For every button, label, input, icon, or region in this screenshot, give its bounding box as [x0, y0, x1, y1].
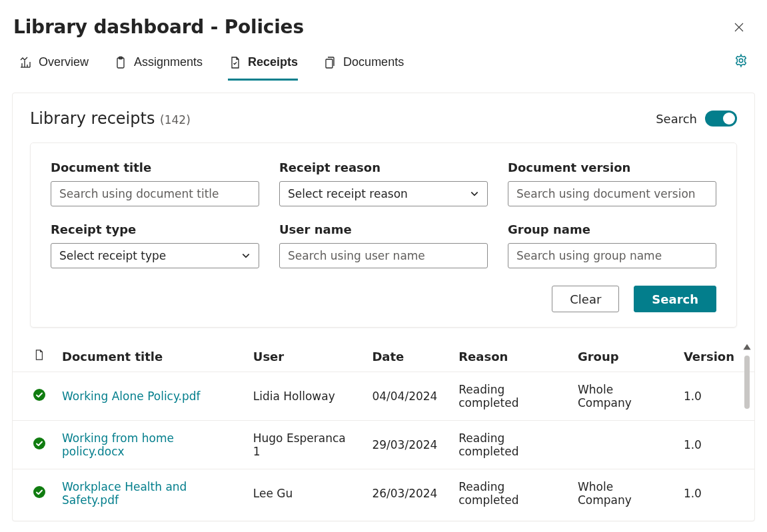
page-title: Library dashboard - Policies	[13, 16, 304, 38]
search-toggle-label: Search	[656, 112, 697, 126]
search-toggle[interactable]	[705, 111, 737, 127]
chart-icon	[19, 56, 32, 69]
document-icon	[33, 349, 45, 361]
settings-button[interactable]	[731, 51, 751, 73]
column-header-document[interactable]: Document title	[54, 342, 245, 372]
panel-title: Library receipts (142)	[30, 109, 191, 128]
document-title-input[interactable]	[51, 181, 259, 206]
tab-label: Receipts	[248, 55, 298, 69]
column-header-group[interactable]: Group	[570, 342, 676, 372]
user-name-label: User name	[279, 222, 488, 236]
tab-documents[interactable]: Documents	[323, 55, 404, 81]
cell-group	[570, 421, 676, 469]
cell-reason: Reading completed	[450, 421, 570, 469]
status-complete-icon	[33, 485, 46, 499]
receipt-type-label: Receipt type	[51, 222, 259, 236]
document-link[interactable]: Workplace Health and Safety.pdf	[62, 480, 187, 507]
receipts-table: Document title User Date Reason Group Ve…	[13, 342, 754, 515]
document-link[interactable]: Working from home policy.docx	[62, 431, 174, 458]
cell-user: Hugo Esperanca 1	[245, 421, 365, 469]
documents-icon	[323, 56, 337, 69]
cell-reason: Reading completed	[450, 372, 570, 421]
clear-button[interactable]: Clear	[552, 286, 619, 312]
receipts-table-wrap: Document title User Date Reason Group Ve…	[13, 342, 754, 515]
svg-rect-0	[117, 58, 124, 68]
cell-group: Whole Company	[570, 372, 676, 421]
vertical-scrollbar[interactable]	[742, 342, 752, 515]
document-version-label: Document version	[508, 160, 716, 174]
close-button[interactable]	[728, 17, 750, 38]
tab-assignments[interactable]: Assignments	[114, 55, 203, 81]
tab-receipts[interactable]: Receipts	[228, 55, 298, 81]
search-button[interactable]: Search	[634, 286, 716, 312]
table-row[interactable]: Working from home policy.docxHugo Espera…	[13, 421, 754, 469]
receipt-type-select[interactable]: Select receipt type	[51, 243, 259, 268]
table-row[interactable]: Workplace Health and Safety.pdfLee Gu26/…	[13, 469, 754, 516]
cell-user: Lee Gu	[245, 469, 365, 516]
cell-group: Whole Company	[570, 469, 676, 516]
cell-reason: Reading completed	[450, 469, 570, 516]
column-header-reason[interactable]: Reason	[450, 342, 570, 372]
document-link[interactable]: Working Alone Policy.pdf	[62, 390, 201, 403]
document-title-label: Document title	[51, 160, 259, 174]
column-header-user[interactable]: User	[245, 342, 365, 372]
receipt-reason-label: Receipt reason	[279, 160, 488, 174]
svg-point-4	[33, 389, 45, 401]
group-name-input[interactable]	[508, 243, 716, 268]
svg-point-5	[33, 437, 45, 449]
column-header-date[interactable]: Date	[364, 342, 450, 372]
receipt-icon	[228, 56, 241, 69]
svg-rect-2	[326, 59, 333, 68]
close-icon	[734, 22, 744, 33]
receipts-panel: Library receipts (142) Search Document t…	[12, 93, 755, 521]
cell-date: 04/04/2024	[364, 372, 450, 421]
scroll-up-icon	[742, 342, 752, 352]
tab-label: Assignments	[134, 55, 203, 69]
status-complete-icon	[33, 437, 46, 450]
gear-icon	[734, 53, 748, 68]
user-name-input[interactable]	[279, 243, 488, 268]
tab-label: Documents	[343, 55, 404, 69]
chevron-down-icon	[241, 251, 251, 260]
scrollbar-thumb[interactable]	[744, 356, 750, 409]
tab-bar: Overview Assignments Receipts Documents	[19, 55, 404, 81]
tab-overview[interactable]: Overview	[19, 55, 89, 81]
clipboard-icon	[114, 56, 127, 69]
svg-point-3	[739, 59, 743, 63]
tab-label: Overview	[39, 55, 89, 69]
svg-point-6	[33, 486, 45, 498]
group-name-label: Group name	[508, 222, 716, 236]
cell-user: Lidia Holloway	[245, 372, 365, 421]
cell-date: 29/03/2024	[364, 421, 450, 469]
search-panel: Document title Receipt reason Select rec…	[30, 142, 737, 328]
column-header-status[interactable]	[13, 342, 54, 372]
receipt-count: (142)	[160, 113, 191, 127]
document-version-input[interactable]	[508, 181, 716, 206]
chevron-down-icon	[470, 189, 479, 198]
status-complete-icon	[33, 388, 46, 401]
cell-date: 26/03/2024	[364, 469, 450, 516]
table-row[interactable]: Working Alone Policy.pdfLidia Holloway04…	[13, 372, 754, 421]
receipt-reason-select[interactable]: Select receipt reason	[279, 181, 488, 206]
